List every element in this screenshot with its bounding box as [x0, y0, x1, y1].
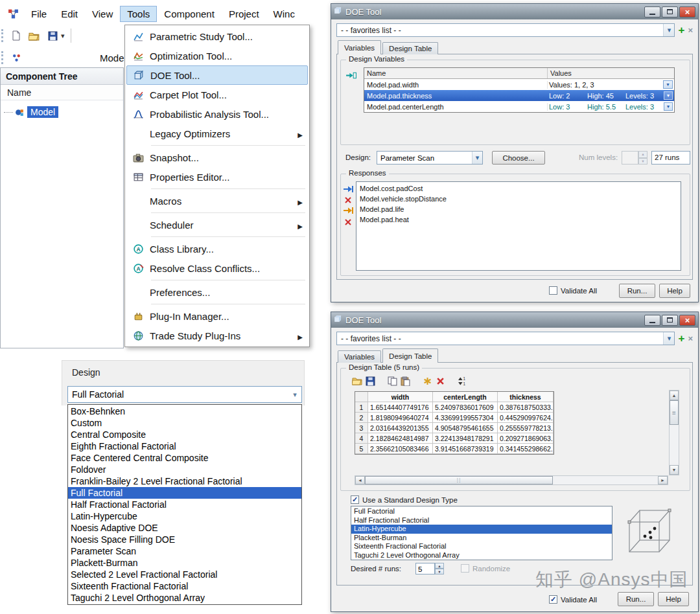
add-variable-icon[interactable] [345, 71, 356, 80]
add-run-icon[interactable] [421, 375, 434, 387]
desired-runs-spinner[interactable]: 5 [415, 563, 444, 574]
cell-centerlength[interactable]: 4.90548795461655 [433, 423, 498, 433]
run-button[interactable]: Run... [619, 284, 655, 298]
design-option[interactable]: Latin-Hypercube [68, 510, 301, 522]
variable-row-thickness-selected[interactable]: Model.pad.thickness Low: 2 High: 45 Leve… [364, 90, 674, 101]
cell-width[interactable]: 1.81980949640274 [368, 413, 433, 423]
design-option-selected[interactable]: Full Factorial [68, 487, 301, 499]
horizontal-scrollbar[interactable] [355, 475, 668, 485]
design-option[interactable]: Noesis Space Filling DOE [68, 534, 301, 545]
row-expand-chevron-icon[interactable] [663, 80, 673, 89]
menu-item-macros[interactable]: Macros [126, 191, 308, 210]
design-option[interactable]: Box-Behnken [68, 405, 301, 417]
design-option[interactable]: Taguchi 2 Level Orthogonal Array [68, 592, 301, 604]
cell-thickness[interactable]: 0.387618750333... [498, 402, 554, 413]
design-option[interactable]: Central Composite [68, 429, 301, 440]
design-option[interactable]: Face Centered Central Composite [68, 452, 301, 464]
column-header-values[interactable]: Values [548, 68, 674, 78]
column-header-thickness[interactable]: thickness [498, 392, 554, 402]
design-type-item[interactable]: Sixteenth Fractional Factorial [351, 542, 612, 551]
randomize-checkbox[interactable]: Randomize [461, 564, 510, 573]
sort-runs-icon[interactable]: 11 [456, 375, 469, 387]
design-table-row[interactable]: 4 2.18284624814987 3.22413948178291 0.20… [355, 433, 554, 444]
tab-design-table[interactable]: Design Table [382, 42, 438, 54]
menu-view[interactable]: View [85, 6, 120, 22]
design-option[interactable]: Sixteenth Fractional Factorial [68, 580, 301, 592]
spinner-down-icon[interactable] [435, 569, 444, 574]
scroll-right-icon[interactable] [658, 476, 668, 484]
design-option[interactable]: Half Fractional Factorial [68, 499, 301, 510]
title-bar[interactable]: DOE Tool [331, 4, 698, 19]
close-button[interactable] [679, 315, 695, 326]
row-expand-chevron-icon[interactable] [664, 91, 673, 100]
menu-tools[interactable]: Tools [120, 6, 157, 22]
menu-item-preferences[interactable]: Preferences... [126, 282, 308, 302]
menu-item-probabilistic-analysis-tool[interactable]: Probabilistic Analysis Tool... [126, 104, 308, 124]
toolbar-grip[interactable] [1, 51, 3, 64]
title-bar[interactable]: DOE Tool [331, 312, 698, 328]
design-table-row[interactable]: 3 2.03164439201355 4.90548795461655 0.25… [355, 423, 554, 433]
cell-centerlength[interactable]: 4.33699199557304 [433, 413, 498, 423]
design-option[interactable]: Plackett-Burman [68, 557, 301, 569]
design-type-item[interactable]: Taguchi 2 Level Orthogonal Array [351, 551, 612, 560]
menu-item-optimization-tool[interactable]: Optimization Tool... [126, 46, 308, 65]
cell-thickness[interactable]: 0.209271869063... [498, 433, 554, 444]
run-button[interactable]: Run... [618, 592, 654, 606]
validate-all-checkbox[interactable]: Validate All [549, 595, 597, 604]
menu-window[interactable]: Winc [266, 6, 302, 22]
vertical-scrollbar[interactable] [669, 390, 679, 475]
save-dropdown-icon[interactable] [61, 32, 65, 40]
scrollbar-thumb[interactable] [670, 400, 679, 425]
response-item[interactable]: Model.pad.heat [356, 214, 681, 225]
component-tree-name-header[interactable]: Name [1, 85, 123, 100]
minimize-button[interactable] [644, 6, 660, 17]
combo-dropdown-icon[interactable] [663, 24, 674, 36]
design-table-row[interactable]: 2 1.81980949640274 4.33699199557304 0.44… [355, 413, 554, 423]
combo-dropdown-icon[interactable] [288, 387, 301, 402]
favorites-add-icon[interactable] [678, 333, 684, 344]
cell-thickness[interactable]: 0.445290997624... [498, 413, 554, 423]
validate-all-checkbox[interactable]: Validate All [549, 286, 597, 295]
menu-item-doe-tool[interactable]: DOE Tool... [126, 65, 308, 85]
menu-edit[interactable]: Edit [54, 6, 85, 22]
menu-item-plugin-manager[interactable]: Plug-In Manager... [126, 306, 308, 326]
open-icon[interactable] [351, 375, 364, 387]
delete-run-icon[interactable] [434, 375, 447, 387]
maximize-button[interactable] [662, 315, 678, 326]
favorites-combo[interactable]: - - favorites list - - [336, 332, 675, 345]
checkbox-box[interactable] [461, 564, 469, 573]
favorites-add-icon[interactable] [678, 25, 684, 36]
variable-row-centerlength[interactable]: Model.pad.centerLength Low: 3 High: 5.5 … [364, 101, 674, 112]
design-type-item[interactable]: Full Factorial [351, 507, 612, 516]
cell-thickness[interactable]: 0.341455298662... [498, 444, 554, 454]
tab-variables[interactable]: Variables [338, 40, 381, 54]
close-button[interactable] [679, 6, 695, 17]
cell-width[interactable]: 2.18284624814987 [368, 433, 433, 444]
save-icon[interactable] [45, 28, 60, 43]
checkbox-box[interactable] [549, 595, 557, 604]
checkbox-box[interactable] [351, 495, 359, 504]
column-header-name[interactable]: Name [364, 68, 548, 78]
menu-item-scheduler[interactable]: Scheduler [126, 215, 308, 234]
design-option[interactable]: Noesis Adaptive DOE [68, 522, 301, 534]
help-button[interactable]: Help [658, 592, 689, 606]
scrollbar-thumb[interactable] [365, 476, 553, 484]
response-item[interactable]: Model.pad.life [356, 204, 681, 214]
column-header-width[interactable]: width [368, 392, 433, 402]
design-type-item-selected[interactable]: Latin-Hypercube [351, 525, 612, 534]
tree-item-model[interactable]: Model [1, 106, 123, 118]
paste-icon[interactable] [399, 375, 412, 387]
design-option[interactable]: Franklin-Bailey 2 Level Fractional Facto… [68, 475, 301, 487]
help-button[interactable]: Help [659, 284, 690, 298]
menu-file[interactable]: File [24, 6, 54, 22]
combo-dropdown-icon[interactable] [472, 152, 482, 164]
favorites-remove-icon[interactable] [688, 26, 693, 34]
cell-centerlength[interactable]: 3.91451668739319 [433, 444, 498, 454]
design-option[interactable]: Custom [68, 417, 301, 429]
combo-dropdown-icon[interactable] [663, 332, 674, 345]
design-type-item[interactable]: Half Fractional Factorial [351, 516, 612, 525]
column-header-centerlength[interactable]: centerLength [433, 392, 498, 402]
scroll-up-icon[interactable] [670, 391, 679, 400]
minimize-button[interactable] [644, 315, 660, 326]
menu-item-snapshot[interactable]: Snapshot... [126, 148, 308, 167]
